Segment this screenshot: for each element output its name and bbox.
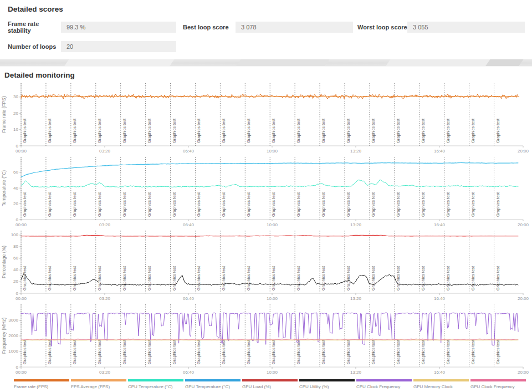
legend-swatch	[71, 379, 126, 381]
svg-text:20: 20	[13, 111, 18, 116]
svg-text:03:20: 03:20	[99, 149, 111, 154]
legend-swatch	[242, 379, 298, 381]
svg-text:Graphics test: Graphics test	[495, 266, 500, 291]
legend-item-2: CPU Temperature (°C)	[128, 379, 183, 392]
chart-svg: 0204060Temperature (°C)00:0003:2006:4010…	[0, 154, 532, 228]
svg-text:10: 10	[13, 127, 18, 132]
legend-swatch	[356, 379, 412, 381]
svg-text:Graphics test: Graphics test	[246, 339, 251, 364]
number-of-loops-field[interactable]	[61, 41, 176, 52]
legend-label: CPU Clock Frequency (MHz)	[356, 384, 412, 392]
svg-text:Graphics test: Graphics test	[147, 339, 152, 364]
svg-text:13:20: 13:20	[350, 222, 362, 227]
svg-text:Graphics test: Graphics test	[346, 339, 351, 364]
svg-text:Graphics test: Graphics test	[97, 118, 102, 143]
svg-text:Graphics test: Graphics test	[296, 192, 301, 217]
svg-text:Graphics test: Graphics test	[246, 192, 251, 217]
svg-text:Graphics test: Graphics test	[72, 118, 77, 143]
legend-item-8: GPU Clock Frequency (MHz)	[470, 379, 526, 392]
svg-text:Graphics test: Graphics test	[470, 339, 475, 364]
svg-text:Graphics test: Graphics test	[196, 339, 201, 364]
svg-text:20:00: 20:00	[518, 222, 529, 227]
svg-text:16:40: 16:40	[434, 370, 446, 375]
percentage-chart: 020406080100Percentage (%)00:0003:2006:4…	[0, 228, 532, 302]
svg-text:06:40: 06:40	[183, 296, 195, 301]
svg-text:Graphics test: Graphics test	[346, 192, 351, 217]
svg-text:Graphics test: Graphics test	[446, 118, 451, 143]
svg-text:Graphics test: Graphics test	[22, 118, 27, 143]
svg-text:40: 40	[13, 267, 18, 272]
svg-text:00:00: 00:00	[16, 149, 27, 154]
svg-text:0: 0	[16, 217, 19, 222]
legend-swatch	[413, 379, 469, 381]
svg-text:Graphics test: Graphics test	[72, 192, 77, 217]
svg-text:Graphics test: Graphics test	[246, 118, 251, 143]
chart-svg: 0100020003000Frequency (MHz)00:0003:2006…	[0, 302, 532, 375]
svg-text:Graphics test: Graphics test	[495, 118, 500, 143]
worst-loop-score-group: Worst loop score	[357, 22, 525, 33]
svg-text:06:40: 06:40	[183, 370, 195, 375]
frequency-chart: 0100020003000Frequency (MHz)00:0003:2006…	[0, 302, 532, 375]
svg-text:10:00: 10:00	[267, 222, 278, 227]
svg-text:2000: 2000	[8, 333, 18, 338]
svg-text:Graphics test: Graphics test	[122, 266, 127, 291]
svg-text:Graphics test: Graphics test	[421, 339, 426, 364]
svg-text:Graphics test: Graphics test	[271, 192, 276, 217]
legend-swatch	[185, 379, 241, 381]
svg-text:10:00: 10:00	[267, 296, 278, 301]
svg-text:03:20: 03:20	[99, 370, 111, 375]
svg-text:80: 80	[13, 244, 18, 249]
svg-text:Graphics test: Graphics test	[22, 266, 27, 291]
svg-text:Graphics test: Graphics test	[396, 118, 401, 143]
svg-text:Graphics test: Graphics test	[421, 118, 426, 143]
number-of-loops-label: Number of loops	[8, 43, 61, 50]
legend-label: FPS Average (FPS)	[71, 384, 126, 390]
svg-text:13:20: 13:20	[350, 149, 362, 154]
svg-text:Graphics test: Graphics test	[172, 266, 177, 291]
detailed-scores-section: Detailed scores Frame rate stability Bes…	[0, 0, 532, 52]
svg-text:0: 0	[16, 365, 19, 370]
svg-text:Graphics test: Graphics test	[72, 266, 77, 291]
svg-text:40: 40	[13, 186, 18, 191]
svg-text:Graphics test: Graphics test	[321, 192, 326, 217]
svg-text:Frame rate (FPS): Frame rate (FPS)	[1, 96, 7, 133]
svg-text:Graphics test: Graphics test	[321, 339, 326, 364]
detailed-monitoring-title: Detailed monitoring	[4, 71, 532, 79]
svg-text:20:00: 20:00	[518, 149, 529, 154]
legend-swatch	[299, 379, 355, 381]
legend-item-0: Frame rate (FPS)	[14, 379, 69, 392]
svg-text:Graphics test: Graphics test	[97, 192, 102, 217]
temperature-chart: 0204060Temperature (°C)00:0003:2006:4010…	[0, 154, 532, 228]
svg-text:Temperature (°C): Temperature (°C)	[1, 170, 7, 206]
svg-text:Graphics test: Graphics test	[396, 192, 401, 217]
svg-text:Graphics test: Graphics test	[446, 266, 451, 291]
legend-label: GPU Clock Frequency (MHz)	[470, 384, 526, 392]
svg-text:20: 20	[13, 201, 18, 206]
legend-item-3: GPU Temperature (°C)	[185, 379, 241, 392]
frame-rate-stability-field[interactable]	[61, 22, 176, 33]
worst-loop-score-field[interactable]	[407, 22, 525, 33]
svg-text:06:40: 06:40	[183, 149, 195, 154]
number-of-loops-group: Number of loops	[8, 41, 176, 52]
svg-text:03:20: 03:20	[99, 296, 111, 301]
svg-text:Graphics test: Graphics test	[470, 192, 475, 217]
frame-rate-stability-group: Frame rate stability	[8, 21, 176, 34]
svg-text:Graphics test: Graphics test	[122, 339, 127, 364]
svg-text:Graphics test: Graphics test	[47, 266, 52, 291]
svg-text:1000: 1000	[8, 349, 18, 354]
svg-text:00:00: 00:00	[16, 222, 27, 227]
legend-item-1: FPS Average (FPS)	[71, 379, 126, 392]
svg-text:3000: 3000	[8, 318, 18, 323]
legend-swatch	[470, 379, 526, 381]
svg-text:Graphics test: Graphics test	[147, 266, 152, 291]
svg-text:Graphics test: Graphics test	[221, 192, 226, 217]
svg-text:16:40: 16:40	[434, 296, 446, 301]
svg-text:10:00: 10:00	[267, 370, 278, 375]
svg-text:Graphics test: Graphics test	[495, 339, 500, 364]
best-loop-score-field[interactable]	[236, 22, 353, 33]
svg-text:Graphics test: Graphics test	[446, 192, 451, 217]
svg-text:0: 0	[16, 291, 19, 296]
legend-label: Frame rate (FPS)	[14, 384, 69, 390]
svg-text:Graphics test: Graphics test	[446, 339, 451, 364]
svg-text:13:20: 13:20	[350, 296, 362, 301]
